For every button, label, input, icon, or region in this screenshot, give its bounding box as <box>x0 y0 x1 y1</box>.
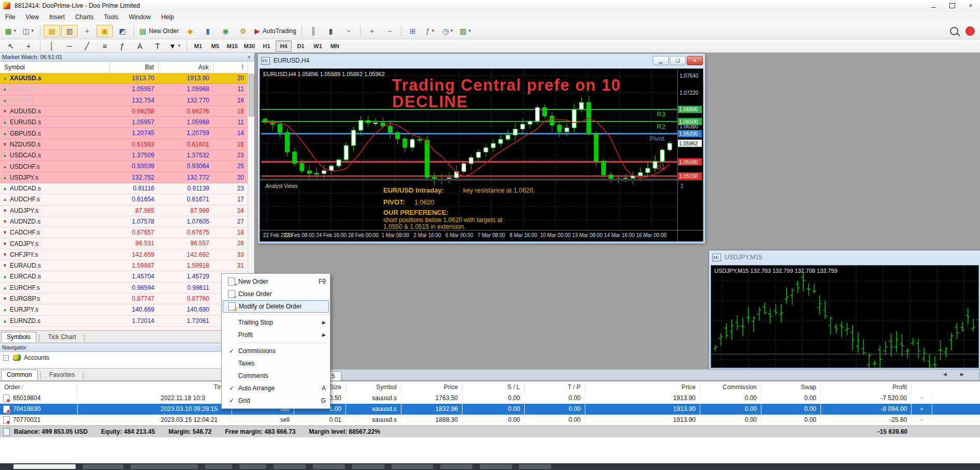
signals-button[interactable]: ◉ <box>217 25 234 37</box>
column-header-ask[interactable]: Ask <box>158 62 213 73</box>
market-watch-row[interactable]: ▼AUDNZD.s1.075781.0760527 <box>0 216 248 227</box>
terminal-tab-stub[interactable] <box>131 464 198 469</box>
orders-column-time[interactable]: Time <box>78 381 232 393</box>
market-watch-row[interactable]: ▲EURUSD1.059571.0596811 <box>0 84 248 95</box>
periods-button[interactable]: ◷▼ <box>440 25 456 37</box>
templates-button[interactable]: ▨▼ <box>457 25 474 37</box>
timeframe-h4[interactable]: H4 <box>276 40 292 52</box>
maximize-button[interactable] <box>943 1 961 11</box>
crosshair-tool[interactable]: + <box>20 40 37 52</box>
market-watch-row[interactable]: ▲USDCHF.s0.930390.9306425 <box>0 161 248 172</box>
market-watch-row[interactable]: ▲GBPUSD.s1.207451.2075914 <box>0 128 248 139</box>
terminal-tab-stub[interactable] <box>13 464 76 469</box>
tab-common[interactable]: Common <box>1 370 38 380</box>
market-watch-row[interactable]: ▲AUDCAD.s0.911160.9113923 <box>0 183 248 194</box>
terminal-tab-stub[interactable] <box>83 464 123 469</box>
terminal-tab-stub[interactable] <box>313 464 345 469</box>
market-watch-row[interactable]: ▲USDCAD.s1.375091.3753223 <box>0 150 248 161</box>
orders-column-swap[interactable]: Swap <box>761 381 821 393</box>
menu-item-close-order[interactable]: ✓Close Order <box>223 288 329 300</box>
menu-item-insert[interactable]: Insert <box>44 12 70 22</box>
menu-item-help[interactable]: Help <box>156 12 179 22</box>
options-button[interactable]: ⚙ <box>235 25 251 37</box>
strategy-tester-button[interactable]: ◩ <box>114 25 131 37</box>
market-watch-row[interactable]: ▲EURJPY.s140.669140.690 <box>0 304 248 315</box>
tab-favorites[interactable]: Favorites <box>44 370 80 380</box>
chart-minimize-button[interactable]: ▁ <box>653 56 669 65</box>
timeframe-mn[interactable]: MN <box>327 40 343 52</box>
market-watch-row[interactable]: ▼CHFJPY.s142.659142.69233 <box>0 249 248 260</box>
zoom-out-button[interactable]: − <box>381 25 398 37</box>
text-tool[interactable]: A <box>132 40 148 52</box>
menu-item-profit[interactable]: Profit▶ <box>223 329 329 341</box>
close-order-icon[interactable]: × <box>912 404 932 415</box>
terminal-tab-stub[interactable] <box>273 464 306 469</box>
timeframe-h1[interactable]: H1 <box>258 40 275 52</box>
close-order-icon[interactable]: × <box>912 415 932 425</box>
notification-badge-icon[interactable] <box>965 26 975 36</box>
market-watch-row[interactable]: ▲XAUUSD.s1913.701913.9020 <box>0 73 248 84</box>
text-label-tool[interactable]: T <box>149 40 166 52</box>
candlestick-button[interactable]: ▮ <box>323 25 339 37</box>
column-header-spread[interactable]: ! <box>213 62 248 73</box>
orders-column-price[interactable]: Price <box>585 381 700 393</box>
orders-column-commission[interactable]: Commission <box>700 381 761 393</box>
timeframe-m5[interactable]: M5 <box>207 40 223 52</box>
menu-item-view[interactable]: View <box>20 12 44 22</box>
close-order-icon[interactable]: × <box>912 393 932 404</box>
order-row[interactable]: 650198042022.11.18 10:30.50xauusd.s1763.… <box>0 393 980 404</box>
fibonacci-tool[interactable]: ƒ <box>114 40 131 52</box>
timeframe-d1[interactable]: D1 <box>293 40 309 52</box>
indicators-button[interactable]: ƒ▼ <box>422 25 439 37</box>
orders-column-sl[interactable]: S / L <box>463 381 525 393</box>
menu-item-new-order[interactable]: +New OrderF9 <box>223 275 329 288</box>
equidistant-channel-tool[interactable]: ≡ <box>96 40 113 52</box>
menu-item-tools[interactable]: Tools <box>99 12 124 22</box>
market-watch-row[interactable]: ▼CADJPY.s96.53196.55726 <box>0 238 248 249</box>
market-watch-row[interactable]: ▼AUDUSD.s0.662580.6627618 <box>0 106 248 117</box>
menu-item-modify-or-delete-order[interactable]: ⚙Modify or Delete Order <box>223 300 329 313</box>
metaeditor-button[interactable]: ◆ <box>182 25 198 37</box>
market-watch-row[interactable]: ▼NZDUSD.s0.615830.6160118 <box>0 139 248 150</box>
close-button[interactable]: × <box>961 1 980 11</box>
bottom-taskbar[interactable] <box>0 463 980 470</box>
profiles-button[interactable]: ◫▼ <box>20 25 37 37</box>
orders-column-profit[interactable]: Profit <box>821 381 912 393</box>
data-window-button[interactable]: ▥ <box>61 25 78 37</box>
terminal-tab-stub[interactable] <box>205 464 232 469</box>
order-row[interactable]: 704198302023.03.10 09:28:15sell1.00xauus… <box>0 404 980 415</box>
timeframe-m30[interactable]: M30 <box>241 40 257 52</box>
menu-item-charts[interactable]: Charts <box>70 12 98 22</box>
market-watch-row[interactable]: ▲EURNZD.s1.720141.72061 <box>0 316 248 327</box>
tile-windows-button[interactable]: ⊞ <box>405 25 421 37</box>
eurusd-window-titlebar[interactable]: EURUSD,H4 ▁ ❏ × <box>258 54 705 67</box>
usdjpy-chart-canvas[interactable]: USDJPY,M15 132.783 132.799 132.708 132.7… <box>711 265 979 368</box>
market-watch-row[interactable]: ▲EURCHF.s0.985940.98611 <box>0 283 248 293</box>
market-watch-row[interactable]: ▲EURUSD.s1.059571.0596811 <box>0 117 248 128</box>
terminal-tab-stub[interactable] <box>480 464 512 469</box>
usdjpy-window-titlebar[interactable]: USDJPY,M15 <box>709 251 980 264</box>
menu-item-commissions[interactable]: ✓Commissions <box>223 345 329 357</box>
market-watch-row[interactable]: ▲USDJPY132.754132.77016 <box>0 95 248 106</box>
timeframe-m15[interactable]: M15 <box>224 40 240 52</box>
market-watch-row[interactable]: ▼EURGBP.s0.877470.87760 <box>0 293 248 304</box>
orders-column-price[interactable]: Price <box>401 381 463 393</box>
menu-item-taxes[interactable]: Taxes <box>223 357 329 370</box>
timeframe-w1[interactable]: W1 <box>310 40 326 52</box>
market-watch-row[interactable]: ▲AUDCHF.s0.616540.6167117 <box>0 194 248 205</box>
market-watch-row[interactable]: ▼CADCHF.s0.676570.6767518 <box>0 227 248 238</box>
market-watch-row[interactable]: ▲EURCAD.s1.457041.4572925 <box>0 271 248 282</box>
chart-close-button[interactable]: × <box>687 56 703 65</box>
terminal-tab-stub[interactable] <box>440 464 472 469</box>
navigator-accounts-node[interactable]: - Accounts <box>0 352 254 361</box>
menu-item-comments[interactable]: Comments <box>223 370 329 382</box>
minimize-button[interactable] <box>924 1 943 11</box>
tab-tick-chart[interactable]: Tick Chart <box>42 332 82 343</box>
terminal-tab-stub[interactable] <box>239 464 266 469</box>
menu-item-file[interactable]: File <box>0 12 20 22</box>
horizontal-line-tool[interactable]: ─ <box>61 40 78 52</box>
market-watch-row[interactable]: ▲USDJPY.s132.752132.77220 <box>0 172 248 183</box>
market-watch-row[interactable]: ▼EURAUD.s1.598871.5991831 <box>0 260 248 271</box>
autotrading-button[interactable]: ▶AutoTrading <box>252 25 298 37</box>
tree-expand-icon[interactable]: - <box>3 355 9 361</box>
